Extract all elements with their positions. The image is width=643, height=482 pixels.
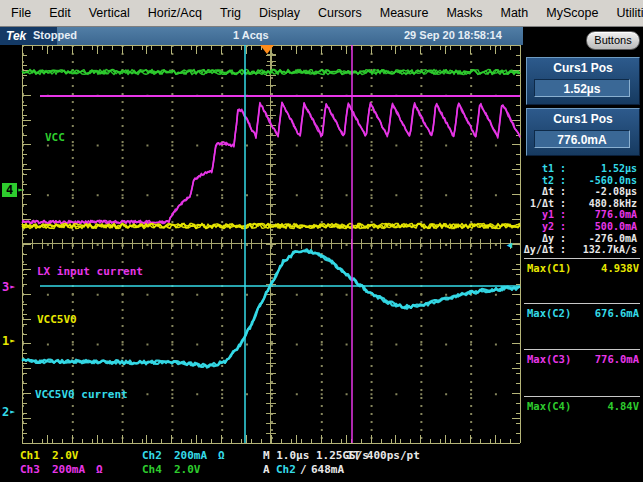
divider [524, 396, 640, 397]
arrow-right-icon: ► [18, 183, 23, 197]
readout-t1: t1 :1.52µs [522, 163, 640, 175]
divider [524, 349, 640, 350]
curs1-pos-amplitude-box: Curs1 Pos 776.0mA [526, 108, 640, 156]
readout-y1: y1 :776.0mA [522, 209, 640, 221]
readout-t2: t2 :-560.0ns [522, 175, 640, 187]
divider [524, 258, 640, 259]
interpolation-readout: IT 400ps/pt [347, 449, 420, 462]
ch4-label[interactable]: Ch4 [142, 463, 162, 476]
measurement-max-c3: Max(C3)776.0mA [527, 353, 639, 365]
ch2-scale: 200mA [174, 449, 207, 462]
readout-dy-over-dt: Δy/Δt :132.7kA/s [522, 244, 640, 256]
oscilloscope-screen: { "colors":{"ch1":"#e8e800","ch2":"#35db… [0, 0, 643, 482]
channel-readout-bar: Ch1 2.0V Ch2 200mA Ω M 1.0µs 1.25GS/s IT… [0, 446, 643, 482]
ch4-ground-marker[interactable]: 4► [2, 183, 23, 197]
measurement-max-c1: Max(C1)4.938V [527, 262, 639, 274]
label-lx-input-current: LX input current [37, 265, 143, 278]
ch3-label[interactable]: Ch3 [20, 463, 40, 476]
ch2-ground-marker[interactable]: 2► [2, 405, 15, 419]
ch3-scale: 200mA [52, 463, 85, 476]
trigger-level-arrow-icon[interactable]: ◄ [505, 240, 514, 250]
trigger-source: Ch2 [276, 463, 296, 476]
trigger-slope-icon: ∕ [300, 463, 307, 476]
ch4-scale: 2.0V [174, 463, 201, 476]
measurement-max-c4: Max(C4)4.84V [527, 400, 639, 412]
arrow-right-icon: ► [10, 405, 15, 419]
divider [524, 303, 640, 304]
ch2-label[interactable]: Ch2 [142, 449, 162, 462]
ch1-ground-marker[interactable]: 1► [2, 334, 15, 348]
arrow-right-icon: ► [10, 334, 15, 348]
curs1-pos-title: Curs1 Pos [527, 112, 639, 126]
curs1-pos-time-box: Curs1 Pos 1.52µs [526, 57, 640, 105]
measurement-max-c2: Max(C2)676.6mA [527, 307, 639, 319]
readout-dt: Δt :-2.08µs [522, 186, 640, 198]
ch1-label[interactable]: Ch1 [20, 449, 40, 462]
readout-y2: y2 :500.0mA [522, 221, 640, 233]
curs1-pos-amplitude-value[interactable]: 776.0mA [534, 130, 630, 148]
ch2-coupling: Ω [218, 449, 225, 462]
label-vcc: VCC [45, 131, 65, 144]
ch1-scale: 2.0V [52, 449, 79, 462]
arrow-right-icon: ► [10, 280, 15, 294]
label-vcc5v0-current: VCC5V0 current [35, 388, 128, 401]
readout-1-over-dt: 1/Δt :480.8kHz [522, 198, 640, 210]
ch3-coupling: Ω [96, 463, 103, 476]
readout-dy: Δy :-276.0mA [522, 233, 640, 245]
label-vcc5v0: VCC5V0 [37, 313, 77, 326]
ch3-ground-marker[interactable]: 3► [2, 280, 15, 294]
curs1-pos-title: Curs1 Pos [527, 61, 639, 75]
trigger-mode: A [263, 463, 270, 476]
trigger-level: 648mA [311, 463, 344, 476]
curs1-pos-time-value[interactable]: 1.52µs [534, 79, 630, 97]
